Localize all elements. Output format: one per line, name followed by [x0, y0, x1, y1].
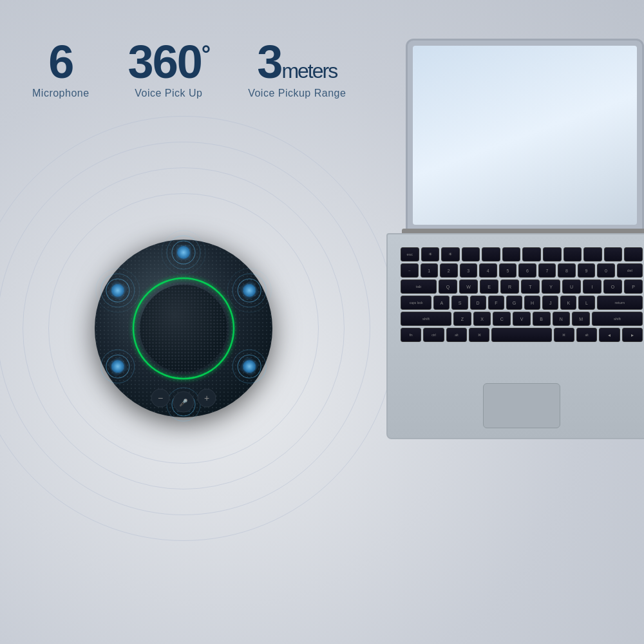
key-p[interactable]: P: [624, 279, 643, 294]
laptop: esc ☀ ☀ ~ 1 2 3 4 5 6: [386, 39, 644, 592]
key-z[interactable]: Z: [453, 312, 471, 326]
key-row-asdf: caps lock A S D F G H J K L return: [401, 296, 643, 310]
laptop-trackpad[interactable]: [483, 383, 560, 428]
key-n[interactable]: N: [553, 312, 571, 326]
key-o[interactable]: O: [603, 279, 622, 294]
key-esc[interactable]: esc: [401, 247, 419, 261]
screen-content: [413, 46, 637, 225]
key-0[interactable]: 0: [597, 263, 615, 278]
key-row-numbers: ~ 1 2 3 4 5 6 7 8 9 0 del: [401, 263, 643, 278]
key-s[interactable]: S: [451, 296, 468, 310]
key-ctrl[interactable]: ctrl: [423, 328, 444, 342]
key-m[interactable]: M: [572, 312, 590, 326]
key-arrows-ud[interactable]: ▸: [622, 328, 643, 342]
key-capslock[interactable]: caps lock: [401, 296, 431, 310]
key-arrows[interactable]: ◂: [599, 328, 620, 342]
key-9[interactable]: 9: [578, 263, 596, 278]
key-fn[interactable]: fn: [401, 328, 421, 342]
key-t[interactable]: T: [521, 279, 540, 294]
key-f7[interactable]: [543, 247, 562, 261]
svg-point-8: [177, 246, 190, 259]
key-f10[interactable]: [604, 247, 623, 261]
key-j[interactable]: J: [542, 296, 558, 310]
key-i[interactable]: I: [583, 279, 601, 294]
voice-pickup-label: Voice Pick Up: [135, 88, 202, 99]
key-1[interactable]: 1: [421, 263, 439, 278]
key-g[interactable]: G: [506, 296, 522, 310]
stat-microphone: 6 Microphone: [32, 39, 90, 99]
key-f9[interactable]: [583, 247, 602, 261]
key-row-fn: esc ☀ ☀: [401, 247, 643, 261]
key-delete[interactable]: del: [617, 263, 643, 278]
key-3[interactable]: 3: [460, 263, 478, 278]
key-6[interactable]: 6: [518, 263, 536, 278]
key-h[interactable]: H: [524, 296, 540, 310]
key-f4[interactable]: [482, 247, 500, 261]
key-b[interactable]: B: [533, 312, 551, 326]
key-f1[interactable]: ☀: [421, 247, 440, 261]
key-f2[interactable]: ☀: [441, 247, 460, 261]
key-row-bottom: fn ctrl alt ⌘ ⌘ alt ◂ ▸: [401, 328, 643, 342]
key-shift-l[interactable]: shift: [401, 312, 451, 326]
speaker-container: /* dots rendered inline */ − 🎤 +: [61, 206, 306, 451]
key-row-zxcv: shift Z X C V B N M shift: [401, 312, 643, 326]
key-cmd-r[interactable]: ⌘: [554, 328, 574, 342]
key-r[interactable]: R: [500, 279, 519, 294]
stat-range: 3meters Voice Pickup Range: [248, 39, 346, 99]
key-return[interactable]: return: [597, 296, 643, 310]
key-tab[interactable]: tab: [401, 279, 437, 294]
key-tilde[interactable]: ~: [401, 263, 419, 278]
key-v[interactable]: V: [513, 312, 531, 326]
key-alt[interactable]: alt: [446, 328, 467, 342]
key-cmd-l[interactable]: ⌘: [469, 328, 489, 342]
key-f[interactable]: F: [488, 296, 504, 310]
key-w[interactable]: W: [459, 279, 478, 294]
key-7[interactable]: 7: [538, 263, 556, 278]
stats-bar: 6 Microphone 360° Voice Pick Up 3meters …: [32, 39, 346, 99]
key-5[interactable]: 5: [499, 263, 517, 278]
svg-text:−: −: [158, 393, 163, 403]
svg-text:🎤: 🎤: [179, 398, 188, 407]
svg-text:+: +: [204, 393, 209, 403]
laptop-base: esc ☀ ☀ ~ 1 2 3 4 5 6: [386, 233, 644, 439]
key-c[interactable]: C: [493, 312, 511, 326]
key-d[interactable]: D: [470, 296, 486, 310]
laptop-screen: [413, 46, 637, 225]
voice-pickup-number: 360°: [128, 39, 210, 85]
microphone-count: 6: [48, 39, 73, 85]
key-8[interactable]: 8: [558, 263, 576, 278]
key-y[interactable]: Y: [542, 279, 560, 294]
key-2[interactable]: 2: [440, 263, 458, 278]
range-number: 3meters: [257, 39, 337, 85]
key-4[interactable]: 4: [479, 263, 497, 278]
key-f8[interactable]: [564, 247, 582, 261]
key-q[interactable]: Q: [439, 279, 457, 294]
key-shift-r[interactable]: shift: [592, 312, 643, 326]
key-row-qwerty: tab Q W E R T Y U I O P: [401, 279, 643, 294]
key-x[interactable]: X: [473, 312, 491, 326]
key-l[interactable]: L: [578, 296, 594, 310]
key-k[interactable]: K: [560, 296, 576, 310]
key-space[interactable]: [491, 328, 551, 342]
key-e[interactable]: E: [480, 279, 498, 294]
key-f3[interactable]: [462, 247, 480, 261]
microphone-label: Microphone: [32, 88, 90, 99]
key-f6[interactable]: [522, 247, 541, 261]
key-alt-r[interactable]: alt: [576, 328, 597, 342]
svg-rect-27: [140, 285, 227, 372]
key-f11[interactable]: [624, 247, 643, 261]
range-label: Voice Pickup Range: [248, 88, 346, 99]
laptop-screen-outer: [406, 39, 644, 232]
key-f5[interactable]: [502, 247, 521, 261]
stat-voice-pickup: 360° Voice Pick Up: [128, 39, 210, 99]
key-u[interactable]: U: [562, 279, 581, 294]
key-a[interactable]: A: [433, 296, 450, 310]
speaker-svg: /* dots rendered inline */ − 🎤 +: [87, 232, 280, 425]
